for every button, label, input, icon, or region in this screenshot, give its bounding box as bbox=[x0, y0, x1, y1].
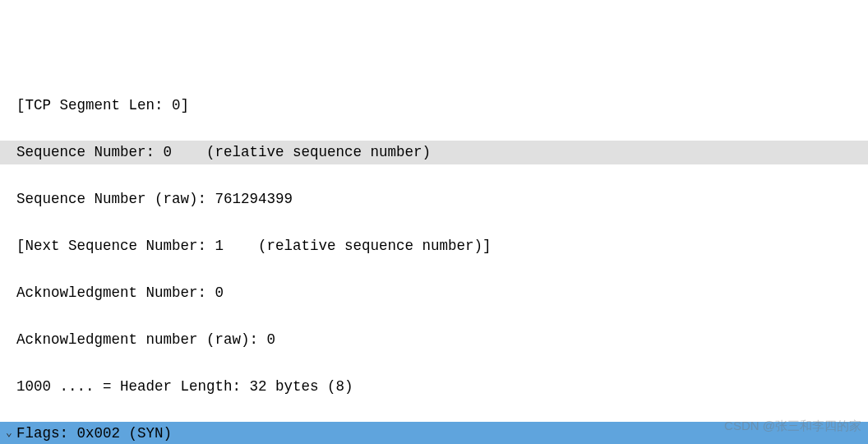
field-text: [TCP Segment Len: 0] bbox=[16, 94, 189, 118]
chevron-down-icon[interactable]: ⌄ bbox=[3, 422, 15, 444]
field-text: Acknowledgment Number: 0 bbox=[16, 281, 224, 305]
field-text: 1000 .... = Header Length: 32 bytes (8) bbox=[16, 375, 353, 399]
field-text: Flags: 0x002 (SYN) bbox=[16, 422, 172, 444]
field-header-length[interactable]: 1000 .... = Header Length: 32 bytes (8) bbox=[0, 375, 868, 399]
field-text: Sequence Number: 0 (relative sequence nu… bbox=[16, 141, 431, 164]
field-tcp-segment-len[interactable]: [TCP Segment Len: 0] bbox=[0, 94, 868, 118]
field-sequence-number-relative[interactable]: Sequence Number: 0 (relative sequence nu… bbox=[0, 141, 868, 164]
field-next-sequence-number[interactable]: [Next Sequence Number: 1 (relative seque… bbox=[0, 234, 868, 258]
field-text: Acknowledgment number (raw): 0 bbox=[16, 328, 275, 352]
field-text: [Next Sequence Number: 1 (relative seque… bbox=[16, 234, 492, 258]
watermark-text: CSDN @张三和李四的家 bbox=[724, 414, 861, 438]
field-acknowledgment-number-raw[interactable]: Acknowledgment number (raw): 0 bbox=[0, 328, 868, 352]
field-sequence-number-raw[interactable]: Sequence Number (raw): 761294399 bbox=[0, 187, 868, 211]
field-text: Sequence Number (raw): 761294399 bbox=[16, 187, 293, 211]
field-acknowledgment-number[interactable]: Acknowledgment Number: 0 bbox=[0, 281, 868, 305]
